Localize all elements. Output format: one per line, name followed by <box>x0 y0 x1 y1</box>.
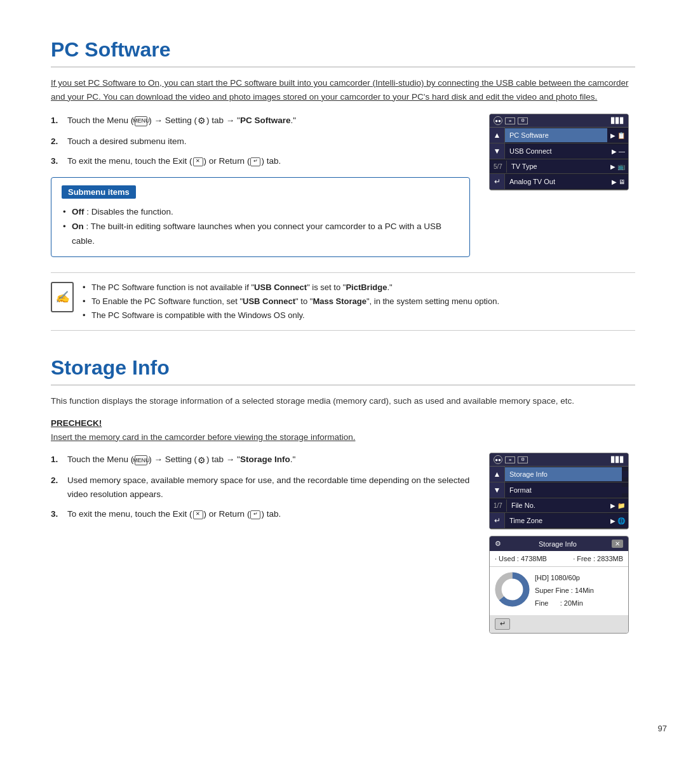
record-icon-2: ●● <box>494 455 502 464</box>
ui-row-time-zone: ↵ Time Zone ▶ 🌐 <box>490 513 628 529</box>
ui-row-pc-software-val: ▶ 📋 <box>607 129 628 142</box>
note-icon: ✍ <box>51 282 74 312</box>
ui-row-storage-info: ▲ Storage Info <box>490 467 628 482</box>
precheck-text: Insert the memory card in the camcorder … <box>51 430 635 444</box>
ui-row-tv-val: ▶ 📺 <box>607 160 628 173</box>
pc-software-section: PC Software If you set PC Software to On… <box>51 38 635 331</box>
exit-icon: ✕ <box>193 157 203 166</box>
note-items: The PC Software function is not availabl… <box>81 281 499 322</box>
storage-popup-title: Storage Info <box>539 540 577 548</box>
storage-used-label: · Used : 4738MB <box>495 555 547 562</box>
battery-icon-2: ▊▊▊ <box>611 456 624 463</box>
pc-software-ui-rows: ▲ PC Software ▶ 📋 ▼ USB Connect ▶ — 5/7 … <box>490 128 628 190</box>
return-icon-2: ↵ <box>250 510 260 519</box>
storage-step-2-num: 2. <box>51 474 62 501</box>
pc-software-ui-screen: ●● ≡ ⚙ ▊▊▊ ▲ PC Software ▶ 📋 <box>489 114 629 190</box>
step-1-num: 1. <box>51 114 62 128</box>
nav-up-2: ▲ <box>490 467 505 482</box>
storage-step-1-num: 1. <box>51 453 62 467</box>
pc-software-step-2: 2. Touch a desired submenu item. <box>51 135 470 149</box>
exit-icon-2: ✕ <box>193 510 203 519</box>
nav-down: ▼ <box>490 143 505 159</box>
storage-info-steps-layout: 1. Touch the Menu (MENU) → Setting (⚙) t… <box>51 453 635 633</box>
file-no-label: File No. <box>507 498 607 512</box>
step-3-num: 3. <box>51 154 62 168</box>
storage-step-3-num: 3. <box>51 507 62 521</box>
submenu-box: Submenu items Off : Disables the functio… <box>51 177 470 257</box>
ui-row-file-no: 1/7 File No. ▶ 📁 <box>490 498 628 513</box>
storage-popup-header: ⚙ Storage Info ✕ <box>490 536 628 551</box>
ui-row-analog-val: ▶ 🖥 <box>609 175 628 189</box>
submenu-title: Submenu items <box>62 185 136 199</box>
note-2: To Enable the PC Software function, set … <box>81 295 499 309</box>
submenu-item-on: On : The built-in editing software launc… <box>62 220 459 249</box>
storage-popup-return-btn[interactable]: ↵ <box>495 618 510 630</box>
storage-step-2-text: Used memory space, available memory spac… <box>67 474 470 501</box>
note-3: The PC Software is compatible with the W… <box>81 309 499 322</box>
ui-row-analog-label: Analog TV Out <box>505 175 609 189</box>
setting-icon: ⚙ <box>198 114 206 128</box>
storage-detail-superfine: Super Fine : 14Min <box>535 585 594 597</box>
row-counter-2: 1/7 <box>490 500 507 512</box>
nav-up: ▲ <box>490 128 505 143</box>
nav-back: ↵ <box>490 174 505 189</box>
menu-icon-2: MENU <box>135 455 147 465</box>
ui-row-tv-type: 5/7 TV Type ▶ 📺 <box>490 159 628 174</box>
menu-icon: MENU <box>135 116 147 126</box>
pc-software-step-3: 3. To exit the menu, touch the Exit (✕) … <box>51 154 470 168</box>
battery-icon: ▊▊▊ <box>611 117 624 124</box>
storage-info-title: Storage Info <box>51 356 635 385</box>
storage-popup-close[interactable]: ✕ <box>612 540 623 548</box>
ui-row-pc-software: PC Software <box>505 128 607 142</box>
setting-icon-2: ⚙ <box>198 453 206 467</box>
storage-step-3: 3. To exit the menu, touch the Exit (✕) … <box>51 507 470 521</box>
storage-step-2: 2. Used memory space, available memory s… <box>51 474 470 501</box>
storage-detail-resolution: [HD] 1080/60p <box>535 572 594 585</box>
pc-software-steps-left: 1. Touch the Menu (MENU) → Setting (⚙) t… <box>51 114 470 266</box>
file-no-val: ▶ 📁 <box>607 499 628 512</box>
settings-icon: ⚙ <box>518 117 528 124</box>
storage-info-section: Storage Info This function displays the … <box>51 356 635 634</box>
storage-step-3-text: To exit the menu, touch the Exit (✕) or … <box>67 507 470 521</box>
storage-info-popup: ⚙ Storage Info ✕ · Used : 4738MB · Free … <box>489 536 629 633</box>
pc-software-highlight: PC Software <box>240 116 291 125</box>
record-icon: ●● <box>494 116 502 125</box>
ui-top-icons-left: ●● ≡ ⚙ <box>494 116 528 125</box>
ui-row-tv-label: TV Type <box>507 159 607 173</box>
storage-ui-rows: ▲ Storage Info ▼ Format 1/7 File No. ▶ 📁 <box>490 467 628 529</box>
storage-info-row-label: Storage Info <box>505 467 622 481</box>
precheck-label: PRECHECK! <box>51 418 635 428</box>
storage-donut-chart <box>495 572 530 607</box>
step-2-num: 2. <box>51 135 62 149</box>
storage-step-1-text: Touch the Menu (MENU) → Setting (⚙) tab … <box>67 453 470 467</box>
storage-popup-body: [HD] 1080/60p Super Fine : 14Min Fine : … <box>490 567 628 615</box>
submenu-items: Off : Disables the function. On : The bu… <box>62 205 459 249</box>
storage-info-intro: This function displays the storage infor… <box>51 394 635 408</box>
nav-down-2: ▼ <box>490 482 505 498</box>
storage-info-steps-left: 1. Touch the Menu (MENU) → Setting (⚙) t… <box>51 453 470 527</box>
row-counter: 5/7 <box>490 161 507 173</box>
step-2-text: Touch a desired submenu item. <box>67 135 470 149</box>
ui-row-usb-connect: ▼ USB Connect ▶ — <box>490 143 628 159</box>
pc-software-step-1: 1. Touch the Menu (MENU) → Setting (⚙) t… <box>51 114 470 128</box>
step-3-text: To exit the menu, touch the Exit (✕) or … <box>67 154 470 168</box>
format-val <box>622 487 628 493</box>
pc-software-steps-layout: 1. Touch the Menu (MENU) → Setting (⚙) t… <box>51 114 635 266</box>
format-label: Format <box>505 483 622 497</box>
note-1: The PC Software function is not availabl… <box>81 281 499 295</box>
ui-top-bar: ●● ≡ ⚙ ▊▊▊ <box>490 114 628 128</box>
storage-details: [HD] 1080/60p Super Fine : 14Min Fine : … <box>535 572 594 609</box>
settings-icon-2: ⚙ <box>518 456 528 463</box>
ui-row-format: ▼ Format <box>490 482 628 498</box>
return-icon: ↵ <box>250 157 260 166</box>
storage-ui-top-icons: ●● ≡ ⚙ <box>494 455 528 464</box>
step-1-text: Touch the Menu (MENU) → Setting (⚙) tab … <box>67 114 470 128</box>
time-zone-val: ▶ 🌐 <box>607 514 628 528</box>
storage-ui-top-bar: ●● ≡ ⚙ ▊▊▊ <box>490 453 628 467</box>
menu-list-icon: ≡ <box>505 117 515 124</box>
note-box: ✍ The PC Software function is not availa… <box>51 272 635 331</box>
ui-row-usb-label: USB Connect <box>505 144 609 158</box>
battery-bar: ▊▊▊ <box>611 117 624 124</box>
storage-popup-info: · Used : 4738MB · Free : 2833MB <box>490 551 628 567</box>
storage-info-ui-screen: ●● ≡ ⚙ ▊▊▊ ▲ Storage Info ▼ <box>489 453 629 529</box>
